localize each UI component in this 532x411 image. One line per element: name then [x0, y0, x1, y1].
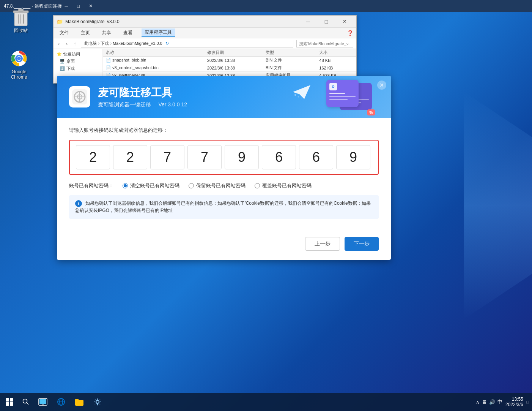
windows-logo-icon	[6, 398, 13, 406]
taskbar-settings-icon[interactable]	[89, 393, 106, 411]
table-row[interactable]: 📄 snapshot_blob.bin 2022/3/6 13:38 BIN 文…	[103, 57, 356, 64]
taskbar-ie-icon[interactable]	[52, 393, 70, 411]
fe-help-btn[interactable]: ❓	[347, 30, 353, 36]
modal-header-text: 麦可隆迁移工具 麦可隆浏览器一键迁移 Ver 3.0.0 12	[98, 85, 187, 108]
svg-point-23	[332, 86, 334, 87]
taskbar-sound-icon[interactable]: 🔊	[489, 399, 495, 405]
code-box-2[interactable]: 7	[150, 145, 184, 169]
chrome-desktop-icon[interactable]: GoogleChrome	[4, 49, 34, 80]
code-input-container: 22779669	[69, 140, 379, 175]
fe-up-btn[interactable]: ↑	[72, 41, 78, 47]
modal-close-btn[interactable]: ✕	[377, 81, 386, 90]
radio-keep-input[interactable]	[189, 183, 194, 188]
svg-point-17	[294, 94, 296, 96]
chrome-icon-label: GoogleChrome	[11, 69, 27, 80]
taskbar-right: ∧ 🖥 🔊 中 13:55 2022/3/6 □	[476, 397, 532, 407]
file-name: 📄 v8_context_snapshot.bin	[103, 64, 204, 72]
fe-back-btn[interactable]: ‹	[57, 41, 61, 47]
svg-rect-27	[39, 399, 46, 404]
svg-point-18	[298, 96, 299, 98]
fe-file-table: 名称 修改日期 类型 大小 📄 snapshot_blob.bin 2022/3…	[103, 49, 356, 79]
taskbar-network-icon[interactable]: 🖥	[482, 399, 487, 405]
fe-col-type: 类型	[263, 49, 316, 57]
code-box-1[interactable]: 2	[113, 145, 147, 169]
fe-win-controls: ─ □ ✕	[299, 16, 353, 28]
recycle-bin-label: 回收站	[14, 27, 28, 34]
fe-minimize-btn[interactable]: ─	[299, 16, 317, 28]
info-icon: i	[75, 200, 82, 207]
fe-tab-view[interactable]: 查看	[120, 29, 135, 37]
svg-point-24	[23, 399, 27, 403]
fe-addressbar: ‹ › ↑ 此电脑 › 下载 › MakeBloomMigrate_v3.0.0…	[54, 38, 356, 49]
recycle-bin-icon[interactable]: 回收站	[6, 8, 36, 34]
table-row[interactable]: 📄 v8_context_snapshot.bin 2022/3/6 13:38…	[103, 64, 356, 72]
file-date: 2022/3/6 13:38	[204, 64, 263, 72]
taskbar-search-btn[interactable]	[19, 393, 33, 411]
taskbar-running-apps	[34, 393, 106, 411]
taskbar-icon-taskmgr[interactable]	[34, 393, 52, 411]
fe-close-btn[interactable]: ✕	[336, 16, 353, 28]
fe-refresh-btn[interactable]: ↻	[165, 41, 169, 46]
fe-tab-share[interactable]: 共享	[99, 29, 114, 37]
radio-keep[interactable]: 保留账号已有网站密码	[189, 182, 246, 189]
code-box-0[interactable]: 2	[76, 145, 110, 169]
fe-ribbon: 文件 主页 共享 查看 应用程序工具 ❓	[54, 28, 356, 38]
fe-sidebar-quick-access[interactable]: ⭐快速访问	[55, 51, 101, 58]
fe-forward-btn[interactable]: ›	[65, 41, 69, 47]
taskbar-notification-btn[interactable]: □	[526, 399, 529, 405]
file-explorer-window: 📁 MakeBloomMigrate_v3.0.0 ─ □ ✕ 文件 主页 共享…	[53, 15, 357, 84]
modal-logo	[69, 86, 90, 107]
fe-search-input[interactable]	[296, 40, 353, 47]
next-button[interactable]: 下一步	[345, 237, 379, 251]
fe-maximize-btn[interactable]: □	[318, 16, 335, 28]
file-size: 48 KB	[316, 57, 356, 64]
fe-path-bar[interactable]: 此电脑 › 下载 › MakeBloomMigrate_v3.0.0 ↻	[81, 40, 293, 47]
taskbar-arrow-icon[interactable]: ∧	[476, 399, 480, 405]
remote-titlebar: 47.8.___.___ - 远程桌面连接 ─ □ ✕	[0, 0, 532, 12]
remote-maximize-btn[interactable]: □	[74, 3, 83, 9]
fe-titlebar: 📁 MakeBloomMigrate_v3.0.0 ─ □ ✕	[54, 16, 356, 28]
radio-clear-input[interactable]	[123, 183, 128, 188]
browser-cards-graphic: %	[326, 80, 372, 114]
taskbar-language-icon: 中	[497, 398, 502, 405]
svg-point-19	[301, 98, 302, 98]
password-label: 账号已有网站密码：	[69, 182, 113, 189]
fe-tab-file[interactable]: 文件	[57, 29, 72, 37]
svg-rect-2	[18, 9, 24, 11]
fe-sidebar-downloads[interactable]: ⬇️下载	[55, 65, 101, 72]
modal-app-title: 麦可隆迁移工具	[98, 85, 187, 100]
taskbar-sys-icons: ∧ 🖥 🔊 中	[476, 398, 502, 405]
code-box-3[interactable]: 7	[187, 145, 222, 169]
fe-tab-home[interactable]: 主页	[78, 29, 93, 37]
prev-button[interactable]: 上一步	[305, 237, 340, 251]
fe-col-name: 名称	[103, 49, 204, 57]
info-text: 如果您确认了浏览器指纹信息，我们会解绑账号已有的指纹信息；如果您确认了'Cook…	[75, 201, 371, 213]
code-box-5[interactable]: 6	[262, 145, 296, 169]
code-box-4[interactable]: 9	[225, 145, 259, 169]
fe-sidebar-desktop[interactable]: 🖥️桌面	[55, 58, 101, 65]
radio-overwrite-input[interactable]	[255, 183, 260, 188]
radio-clear-label: 清空账号已有网站密码	[130, 182, 179, 189]
taskbar-clock[interactable]: 13:55 2022/3/6	[505, 397, 523, 407]
remote-close-btn[interactable]: ✕	[86, 3, 95, 9]
remote-win-controls: ─ □ ✕	[62, 3, 95, 9]
svg-line-25	[27, 403, 28, 405]
modal-footer: 上一步 下一步	[57, 237, 391, 260]
fe-tab-app-tools[interactable]: 应用程序工具	[142, 28, 175, 37]
fe-title: MakeBloomMigrate_v3.0.0	[65, 19, 297, 24]
taskbar: ∧ 🖥 🔊 中 13:55 2022/3/6 □	[0, 393, 532, 411]
radio-overwrite[interactable]: 覆盖账号已有网站密码	[255, 182, 312, 189]
radio-clear[interactable]: 清空账号已有网站密码	[123, 182, 179, 189]
chrome-image	[10, 49, 28, 68]
code-box-6[interactable]: 6	[299, 145, 333, 169]
taskbar-start-btn[interactable]	[0, 393, 19, 411]
remote-minimize-btn[interactable]: ─	[62, 3, 71, 9]
code-box-7[interactable]: 9	[336, 145, 370, 169]
modal-body: 请输入账号桥接码以完成浏览器信息的迁移： 22779669 账号已有网站密码： …	[57, 118, 391, 237]
migration-modal: ✕ 麦可隆迁移工具 麦可隆浏览器一键迁移 Ver 3.0.0 12	[57, 76, 391, 260]
fe-col-date: 修改日期	[204, 49, 263, 57]
file-type: BIN 文件	[263, 57, 316, 64]
taskbar-folder-icon[interactable]	[71, 393, 88, 411]
instruction-text: 请输入账号桥接码以完成浏览器信息的迁移：	[69, 127, 379, 134]
radio-group: 账号已有网站密码： 清空账号已有网站密码 保留账号已有网站密码 覆盖账号已有网站…	[69, 182, 379, 189]
